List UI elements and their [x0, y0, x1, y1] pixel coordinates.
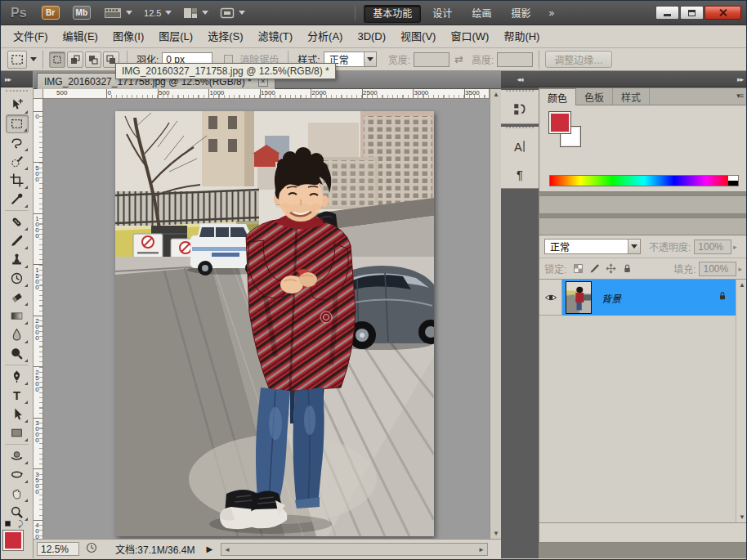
launch-bridge-button[interactable]: Br [42, 6, 60, 20]
scroll-right-icon[interactable]: ► [478, 546, 485, 553]
lock-all-icon[interactable] [622, 263, 633, 274]
menu-item-10[interactable]: 帮助(H) [496, 25, 547, 47]
workspace-button[interactable]: 绘画 [463, 6, 499, 22]
blend-mode-dropdown[interactable]: 正常 [544, 239, 641, 254]
tool-hand[interactable] [6, 484, 29, 503]
tool-quick-selection[interactable] [6, 152, 29, 171]
tool-brush[interactable] [6, 231, 29, 250]
ruler-label: 1500 [34, 267, 40, 289]
color-panel-tab[interactable]: 颜色 [539, 88, 576, 105]
menu-item-1[interactable]: 编辑(E) [56, 25, 105, 47]
tool-3d-rotate[interactable] [6, 446, 29, 465]
menu-item-3[interactable]: 图层(L) [151, 25, 200, 47]
refine-edge-button[interactable]: 调整边缘… [545, 51, 612, 68]
ruler-corner[interactable] [34, 89, 43, 99]
opacity-value[interactable]: 100% [694, 240, 731, 254]
layer-visibility-toggle[interactable] [539, 280, 562, 316]
minimize-button[interactable] [655, 6, 679, 20]
menu-item-9[interactable]: 窗口(W) [443, 25, 496, 47]
tool-pen[interactable] [6, 367, 29, 386]
scroll-down-icon[interactable]: ▼ [493, 530, 499, 537]
vertical-scrollbar[interactable]: ▲▼ [490, 89, 501, 539]
swap-dimensions-icon[interactable]: ⇄ [454, 53, 463, 65]
menu-item-2[interactable]: 图像(I) [105, 25, 151, 47]
tools-panel-header[interactable]: ▸▸ [1, 71, 33, 87]
lock-transparency-icon[interactable] [573, 263, 584, 274]
fill-spinner-icon[interactable]: ▸ [738, 265, 742, 273]
tool-crop[interactable] [6, 171, 29, 190]
black-swatch[interactable] [728, 181, 738, 186]
menu-item-5[interactable]: 滤镜(T) [250, 25, 300, 47]
new-selection-button[interactable] [49, 52, 65, 68]
lock-position-icon[interactable] [606, 263, 616, 274]
tool-preset-picker[interactable] [7, 51, 37, 69]
add-to-selection-button[interactable] [67, 52, 83, 68]
tool-blur[interactable] [6, 325, 29, 344]
foreground-color-swatch[interactable] [3, 531, 23, 550]
3d-roll-icon [10, 468, 24, 482]
layer-thumbnail[interactable] [566, 281, 592, 314]
tool-dodge[interactable] [6, 344, 29, 363]
foreground-color-swatch[interactable] [549, 112, 570, 133]
menu-item-4[interactable]: 选择(S) [200, 25, 250, 47]
color-spectrum-ramp[interactable] [549, 175, 739, 186]
tool-zoom[interactable] [6, 503, 29, 522]
dock-header[interactable]: ▸▸ [539, 71, 747, 87]
menu-item-7[interactable]: 3D(D) [350, 25, 393, 47]
tool-spot-healing[interactable] [6, 213, 29, 231]
width-input[interactable] [414, 52, 450, 67]
tool-eyedropper[interactable] [6, 190, 29, 208]
color-panel-tab[interactable]: 色板 [576, 88, 613, 105]
layer-list-scrollbar[interactable]: ▲▼ [736, 280, 747, 522]
lock-pixels-icon[interactable] [589, 263, 600, 274]
launch-minibridge-button[interactable]: Mb [73, 6, 91, 20]
zoom-level-dropdown[interactable]: 12.5 [144, 8, 172, 18]
tool-history-brush[interactable] [6, 269, 29, 288]
panel-menu-icon[interactable]: ▾≡ [736, 92, 743, 100]
fill-value[interactable]: 100% [699, 262, 736, 276]
opacity-spinner-icon[interactable]: ▸ [733, 243, 737, 251]
vertical-ruler[interactable]: 05001000150020002500300035004000 [34, 99, 43, 539]
panel-icon-paragraph[interactable] [501, 160, 539, 188]
subtract-from-selection-button[interactable] [85, 52, 101, 68]
workspace-overflow-chevron[interactable]: » [548, 7, 554, 19]
tool-gradient[interactable] [6, 307, 29, 325]
layer-row-background[interactable]: 背景 [539, 280, 736, 316]
status-flyout-arrow[interactable]: ▶ [206, 544, 212, 553]
close-button[interactable] [705, 6, 741, 20]
menu-item-8[interactable]: 视图(V) [393, 25, 443, 47]
tool-3d-roll[interactable] [6, 465, 29, 484]
workspace-button[interactable]: 基本功能 [364, 5, 421, 23]
panel-icon-character[interactable] [501, 132, 539, 160]
layer-name[interactable]: 背景 [602, 291, 621, 305]
collapsed-dock-header[interactable]: ◂◂ [501, 71, 539, 87]
canvas[interactable] [43, 99, 490, 539]
view-extras-button[interactable] [104, 7, 132, 19]
menu-item-0[interactable]: 文件(F) [6, 25, 56, 47]
menu-item-6[interactable]: 分析(A) [300, 25, 350, 47]
status-zoom-field[interactable]: 12.5% [37, 542, 79, 556]
scroll-down-icon[interactable]: ▼ [739, 513, 745, 521]
tool-move[interactable] [6, 96, 29, 114]
scroll-up-icon[interactable]: ▲ [739, 281, 745, 289]
tool-lasso[interactable] [6, 133, 29, 152]
workspace-button[interactable]: 设计 [424, 6, 460, 22]
workspace-button[interactable]: 摄影 [503, 6, 539, 22]
scroll-up-icon[interactable]: ▲ [493, 91, 499, 98]
tool-rectangle[interactable] [6, 423, 29, 442]
tool-clone-stamp[interactable] [6, 250, 29, 269]
screen-mode-button[interactable] [220, 7, 245, 19]
scroll-left-icon[interactable]: ◄ [224, 546, 230, 553]
panel-icon-clone-source[interactable] [501, 96, 539, 123]
tool-eraser[interactable] [6, 288, 29, 307]
default-colors-icon[interactable]: ⤸ [5, 521, 29, 531]
tool-path-selection[interactable] [6, 405, 29, 423]
arrange-documents-button[interactable] [183, 7, 208, 19]
horizontal-scrollbar[interactable]: ◄► [221, 543, 488, 556]
restore-button[interactable] [680, 6, 704, 20]
horizontal-ruler[interactable]: 5000500100015002000250030003500 [34, 89, 490, 99]
tool-type[interactable] [6, 386, 29, 405]
tool-rectangular-marquee[interactable] [6, 114, 29, 133]
color-panel-tab[interactable]: 样式 [613, 88, 650, 105]
height-input[interactable] [497, 52, 533, 67]
